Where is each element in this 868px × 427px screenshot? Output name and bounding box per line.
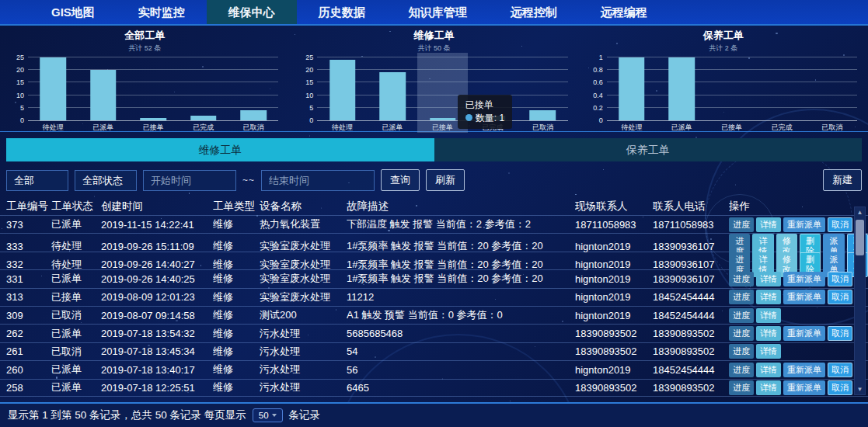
order-id-cell: 258 — [6, 382, 51, 394]
action-detail-button[interactable]: 详情 — [756, 308, 781, 323]
row-actions-cell: 进度详情重新派单取消 — [729, 363, 868, 377]
action-detail-button[interactable]: 详情 — [756, 380, 781, 395]
chart-bar-slot[interactable] — [707, 57, 757, 120]
chart-bar-slot[interactable] — [518, 57, 567, 120]
action-detail-button[interactable]: 详情 — [756, 217, 781, 232]
action-progress-button[interactable]: 进度 — [729, 272, 754, 286]
nav-item-1[interactable]: GIS地图 — [30, 0, 117, 24]
tab-maintenance-orders[interactable]: 保养工单 — [434, 138, 863, 161]
chart-bar-slot[interactable] — [317, 57, 367, 120]
nav-item-7[interactable]: 远程编程 — [579, 0, 669, 24]
nav-item-5[interactable]: 知识库管理 — [387, 0, 489, 24]
star-dot — [575, 194, 576, 195]
status-filter-select[interactable]: 全部状态 — [75, 170, 137, 191]
action-redispatch-button[interactable]: 重新派单 — [783, 326, 825, 341]
nav-item-4[interactable]: 历史数据 — [297, 0, 387, 24]
contact-phone-cell: 18390936107 — [653, 273, 729, 285]
action-cancel-button[interactable]: 取消 — [828, 326, 852, 341]
scrollbar-up-arrow-icon[interactable]: ▲ — [855, 209, 865, 216]
column-header: 工单状态 — [51, 200, 101, 214]
order-type-cell: 维修 — [213, 239, 260, 253]
chart-bar[interactable] — [530, 110, 556, 120]
action-redispatch-button[interactable]: 重新派单 — [783, 380, 825, 395]
row-actions-cell: 进度详情重新派单取消 — [729, 217, 868, 232]
action-redispatch-button[interactable]: 重新派单 — [783, 290, 825, 304]
action-progress-button[interactable]: 进度 — [729, 326, 754, 341]
action-redispatch-button[interactable]: 重新派单 — [783, 363, 825, 377]
contact-phone-cell: 18390936107 — [653, 259, 729, 270]
chart-bar[interactable] — [619, 57, 645, 120]
action-detail-button[interactable]: 详情 — [756, 326, 781, 341]
order-status-cell: 已派单 — [51, 272, 101, 286]
nav-item-2[interactable]: 实时监控 — [117, 0, 207, 24]
device-name-cell: 实验室废水处理 — [260, 290, 347, 304]
action-detail-button[interactable]: 详情 — [756, 363, 781, 377]
chart-bar[interactable] — [240, 110, 267, 120]
chart-bar[interactable] — [329, 60, 356, 120]
order-id-cell: 373 — [6, 219, 51, 231]
y-axis-tick-label: 5 — [309, 104, 313, 112]
page-size-select[interactable]: 50 — [253, 408, 283, 422]
chart-bar[interactable] — [90, 70, 117, 120]
x-axis-category-label: 已派单 — [368, 123, 417, 133]
nav-item-3[interactable]: 维保中心 — [207, 0, 297, 24]
created-time-cell: 2019-09-26 14:40:27 — [101, 259, 213, 270]
contact-phone-cell: 18452454444 — [653, 364, 729, 376]
action-redispatch-button[interactable]: 重新派单 — [783, 272, 825, 286]
scrollbar-down-arrow-icon[interactable]: ▼ — [855, 386, 865, 393]
chart-all-orders: 全部工单共计 52 条0510152025待处理已派单已接单已完成已取消 — [0, 26, 289, 131]
table-row: 309已取消2019-08-07 09:14:58维修测试200A1 触发 预警… — [0, 306, 868, 324]
search-button[interactable]: 查询 — [381, 169, 420, 191]
chart-bar-slot[interactable] — [128, 57, 178, 120]
order-id-cell: 332 — [6, 259, 51, 270]
action-progress-button[interactable]: 进度 — [729, 363, 754, 377]
chart-bar-slot[interactable] — [28, 57, 78, 120]
created-time-cell: 2019-08-09 12:01:23 — [101, 291, 213, 303]
end-time-input[interactable] — [261, 170, 375, 191]
chart-bar-slot[interactable] — [178, 57, 228, 120]
chart-bar[interactable] — [669, 57, 695, 120]
order-type-cell: 维修 — [213, 345, 260, 359]
action-progress-button[interactable]: 进度 — [729, 290, 754, 304]
chart-bar-slot[interactable] — [228, 57, 278, 120]
site-contact-cell: 18390893502 — [575, 382, 653, 394]
action-progress-button[interactable]: 进度 — [729, 344, 754, 359]
chart-bar[interactable] — [40, 57, 66, 120]
chart-bar[interactable] — [430, 118, 456, 120]
create-button[interactable]: 新建 — [823, 169, 862, 191]
chart-bar-slot[interactable] — [78, 57, 127, 120]
action-progress-button[interactable]: 进度 — [729, 380, 754, 395]
action-cancel-button[interactable]: 取消 — [828, 290, 852, 304]
action-cancel-button[interactable]: 取消 — [828, 272, 852, 286]
y-axis-tick-label: 0.2 — [593, 104, 603, 112]
nav-item-6[interactable]: 远程控制 — [489, 0, 579, 24]
chart-bar-slot[interactable] — [807, 57, 857, 120]
site-contact-cell: 18390893502 — [575, 328, 653, 339]
scrollbar-thumb[interactable] — [856, 220, 864, 255]
action-redispatch-button[interactable]: 重新派单 — [783, 217, 825, 232]
chart-bar[interactable] — [190, 116, 217, 120]
device-filter-select[interactable]: 全部 — [6, 170, 68, 191]
tab-repair-orders[interactable]: 维修工单 — [6, 138, 434, 161]
chart-bar-slot[interactable] — [607, 57, 657, 120]
contact-phone-cell: 18711058983 — [653, 219, 729, 231]
chart-bar[interactable] — [140, 118, 166, 120]
action-cancel-button[interactable]: 取消 — [828, 217, 852, 232]
action-cancel-button[interactable]: 取消 — [828, 363, 852, 377]
action-detail-button[interactable]: 详情 — [756, 272, 781, 286]
refresh-button[interactable]: 刷新 — [426, 169, 465, 191]
table-header-row: 工单编号工单状态创建时间工单类型设备名称故障描述现场联系人联系人电话操作 — [0, 197, 868, 215]
chart-bar-slot[interactable] — [757, 57, 807, 120]
table-scrollbar[interactable]: ▲ ▼ — [854, 207, 866, 395]
action-detail-button[interactable]: 详情 — [756, 290, 781, 304]
order-status-cell: 已派单 — [51, 327, 101, 341]
action-progress-button[interactable]: 进度 — [729, 308, 754, 323]
action-detail-button[interactable]: 详情 — [756, 344, 781, 359]
start-time-input[interactable] — [143, 170, 236, 191]
chart-bar-slot[interactable] — [657, 57, 706, 120]
chart-bar[interactable] — [379, 72, 406, 120]
action-cancel-button[interactable]: 取消 — [828, 380, 852, 395]
chart-bar-slot[interactable] — [368, 57, 417, 120]
device-name-cell: 热力氧化装置 — [260, 217, 347, 231]
action-progress-button[interactable]: 进度 — [729, 217, 754, 232]
